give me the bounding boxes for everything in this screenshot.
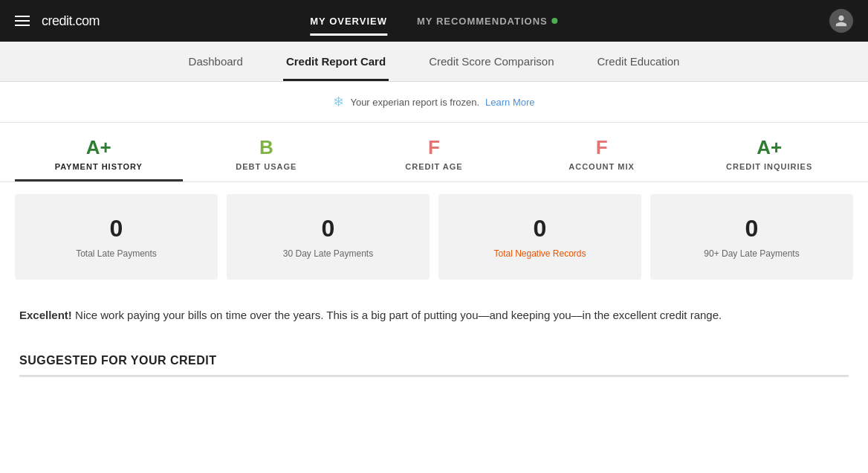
subnav-dashboard[interactable]: Dashboard — [186, 42, 246, 81]
freeze-icon: ❄ — [333, 94, 344, 110]
total-negative-label: Total Negative Records — [493, 248, 586, 259]
grade-tab-debt-usage[interactable]: B DEBT USAGE — [183, 123, 351, 181]
subnav-credit-education[interactable]: Credit Education — [595, 42, 683, 81]
debt-usage-grade: B — [259, 136, 273, 159]
user-avatar[interactable] — [829, 9, 853, 33]
hamburger-menu[interactable] — [15, 16, 30, 26]
credit-age-grade: F — [428, 136, 440, 159]
nav-my-overview[interactable]: MY OVERVIEW — [310, 13, 387, 30]
total-late-payments-value: 0 — [110, 215, 123, 242]
grade-tab-account-mix[interactable]: F ACCOUNT MIX — [518, 123, 686, 181]
frozen-banner: ❄ Your experian report is frozen. Learn … — [0, 82, 868, 123]
30-day-late-value: 0 — [322, 215, 335, 242]
logo-text: credit — [42, 13, 72, 28]
logo-domain: .com — [72, 13, 100, 28]
stat-total-negative: 0 Total Negative Records — [438, 194, 641, 280]
grade-tab-credit-age[interactable]: F CREDIT AGE — [350, 123, 518, 181]
grade-tab-payment-history[interactable]: A+ PAYMENT HISTORY — [15, 123, 183, 181]
nav-center-items: MY OVERVIEW MY RECOMMENDATIONS — [310, 13, 557, 30]
credit-inquiries-grade: A+ — [757, 136, 782, 159]
total-late-payments-label: Total Late Payments — [76, 248, 157, 259]
recommendations-dot — [552, 18, 558, 24]
grade-tabs-container: A+ PAYMENT HISTORY B DEBT USAGE F CREDIT… — [0, 123, 868, 182]
suggested-divider — [19, 375, 849, 377]
stat-90-day-late: 0 90+ Day Late Payments — [650, 194, 853, 280]
payment-history-grade: A+ — [86, 136, 111, 159]
grade-tab-credit-inquiries[interactable]: A+ CREDIT INQUIRIES — [685, 123, 853, 181]
payment-history-description: Excellent! Nice work paying your bills o… — [0, 292, 868, 339]
sub-navigation: Dashboard Credit Report Card Credit Scor… — [0, 42, 868, 82]
description-text: Nice work paying your bills on time over… — [72, 309, 722, 321]
frozen-message: Your experian report is frozen. — [350, 97, 479, 108]
90-day-late-label: 90+ Day Late Payments — [704, 248, 799, 259]
suggested-heading: SUGGESTED FOR YOUR CREDIT — [0, 339, 868, 375]
account-mix-label: ACCOUNT MIX — [569, 162, 635, 171]
subnav-credit-score-comparison[interactable]: Credit Score Comparison — [426, 42, 557, 81]
nav-right-section — [829, 9, 853, 33]
site-logo[interactable]: credit.com — [42, 13, 100, 29]
user-icon — [835, 14, 848, 28]
90-day-late-value: 0 — [745, 215, 759, 242]
account-mix-grade: F — [596, 136, 608, 159]
total-negative-value: 0 — [534, 215, 547, 242]
debt-usage-label: DEBT USAGE — [236, 162, 297, 171]
credit-age-label: CREDIT AGE — [405, 162, 462, 171]
description-bold: Excellent! — [19, 309, 72, 321]
subnav-credit-report-card[interactable]: Credit Report Card — [283, 42, 389, 81]
stat-30-day-late: 0 30 Day Late Payments — [227, 194, 430, 280]
stat-total-late-payments: 0 Total Late Payments — [15, 194, 218, 280]
nav-my-recommendations[interactable]: MY RECOMMENDATIONS — [417, 13, 558, 30]
30-day-late-label: 30 Day Late Payments — [283, 248, 373, 259]
learn-more-link[interactable]: Learn More — [485, 97, 534, 108]
stats-row: 0 Total Late Payments 0 30 Day Late Paym… — [0, 182, 868, 292]
payment-history-label: PAYMENT HISTORY — [55, 162, 143, 171]
credit-inquiries-label: CREDIT INQUIRIES — [726, 162, 812, 171]
top-navigation: credit.com MY OVERVIEW MY RECOMMENDATION… — [0, 0, 868, 42]
